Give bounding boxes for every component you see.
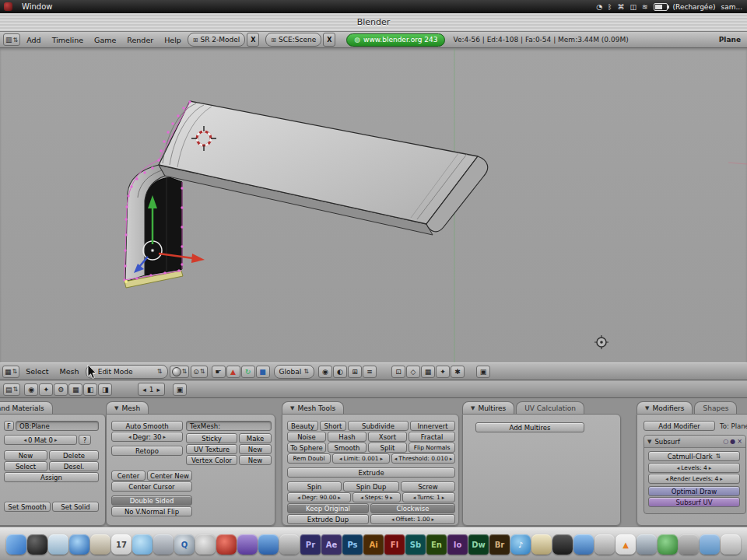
subsurf-levels-stepper[interactable]: Levels: 4 xyxy=(648,463,740,473)
vertex-color-button[interactable]: Vertex Color xyxy=(186,455,237,465)
dock-icon-photo-app[interactable] xyxy=(531,534,552,555)
dock-icon-purple-app[interactable] xyxy=(237,534,258,555)
modifier-collapse-icon[interactable]: ▼ xyxy=(647,439,651,445)
dock-icon-dashboard[interactable] xyxy=(27,534,47,555)
mesh-menu[interactable]: Mesh xyxy=(55,367,84,376)
dock-icon-blue-app[interactable] xyxy=(258,534,279,555)
dock-icon-illustrator[interactable]: Ai xyxy=(363,534,384,555)
auto-smooth-button[interactable]: Auto Smooth xyxy=(111,421,183,431)
logic-context-icon[interactable]: ◉ xyxy=(24,383,38,396)
center-button[interactable]: Center xyxy=(111,471,146,481)
shading-context-icon[interactable]: ⚙ xyxy=(54,383,68,396)
window-titlebar[interactable]: Blender xyxy=(0,13,747,32)
uv-texture-button[interactable]: UV Texture xyxy=(186,444,237,454)
turns-stepper[interactable]: Turns: 1 xyxy=(402,492,455,502)
no-vnormal-flip-button[interactable]: No V.Normal Flip xyxy=(111,506,192,516)
app-icon[interactable] xyxy=(4,2,12,11)
menu-game[interactable]: Game xyxy=(89,36,121,44)
dock-icon-finder[interactable] xyxy=(6,534,26,555)
dock-icon-trash[interactable] xyxy=(721,534,741,555)
menubar-status-icon-2[interactable]: ⌘ xyxy=(617,3,624,11)
xsort-button[interactable]: Xsort xyxy=(368,432,407,442)
steps-stepper[interactable]: Steps: 9 xyxy=(352,492,401,502)
spin-degr-stepper[interactable]: Degr: 90.00 xyxy=(287,492,351,502)
menu-timeline[interactable]: Timeline xyxy=(47,36,88,44)
menubar-window-menu[interactable]: Window xyxy=(17,2,57,11)
material-deselect-button[interactable]: Desel. xyxy=(49,461,99,471)
keep-original-button[interactable]: Keep Original xyxy=(287,503,369,513)
add-modifier-button[interactable]: Add Modifier xyxy=(644,421,715,431)
tab-multires[interactable]: ▼Multires xyxy=(462,401,514,414)
modifier-delete-icon[interactable]: × xyxy=(737,438,742,445)
dock-icon-itunes[interactable]: ♪ xyxy=(510,534,531,555)
scene-dropdown[interactable]: ⊞ SCE:Scene xyxy=(265,33,321,47)
lamp-widget[interactable] xyxy=(594,335,608,349)
tab-link-and-materials[interactable]: ▼Link and Materials xyxy=(0,401,53,414)
script-context-icon[interactable]: ✦ xyxy=(39,383,53,396)
dock-icon-music-app[interactable] xyxy=(658,534,678,555)
frame-stepper[interactable]: ◂ 1 ▸ xyxy=(138,383,165,396)
occlude-icon[interactable]: ✦ xyxy=(436,366,450,378)
tab-mesh-tools[interactable]: ▼Mesh Tools xyxy=(282,401,344,414)
menubar-status-icon-4[interactable]: ≋ xyxy=(642,3,648,11)
buttons-editor-icon[interactable]: ▤⇅ xyxy=(3,383,20,396)
dock-icon-ichat[interactable] xyxy=(132,534,153,555)
frame-prev-icon[interactable]: ◂ xyxy=(142,386,146,394)
edge-select-icon[interactable]: ◇ xyxy=(406,366,420,378)
dock-icon-dark-app[interactable] xyxy=(552,534,573,555)
viewport-canvas[interactable] xyxy=(0,48,747,362)
beauty-button[interactable]: Beauty xyxy=(287,421,318,431)
object-context-icon[interactable]: ▦ xyxy=(68,383,82,396)
modifier-render-icon[interactable]: ○ xyxy=(723,438,728,445)
set-smooth-button[interactable]: Set Smooth xyxy=(4,502,51,512)
viewport-3d[interactable] xyxy=(0,48,747,362)
sticky-make-button[interactable]: Make xyxy=(239,433,272,443)
dock-icon-browser[interactable] xyxy=(69,534,89,555)
dock-icon-photoshop[interactable]: Ps xyxy=(342,534,363,555)
dock-icon-gray-app-2[interactable] xyxy=(679,534,699,555)
offset-stepper[interactable]: Offset: 1.00 xyxy=(370,514,455,524)
material-delete-button[interactable]: Delete xyxy=(49,450,99,460)
lock-icon[interactable]: ≡ xyxy=(363,366,377,378)
dock-icon-silver-app[interactable] xyxy=(594,534,615,555)
dock-icon-gray-app[interactable] xyxy=(279,534,300,555)
short-button[interactable]: Short xyxy=(320,421,346,431)
menu-help[interactable]: Help xyxy=(160,36,186,44)
center-new-button[interactable]: Center New xyxy=(147,471,192,481)
face-select-icon[interactable]: ▦ xyxy=(421,366,435,378)
dock-icon-folder[interactable] xyxy=(700,534,720,555)
menu-add[interactable]: Add xyxy=(22,36,45,44)
clockwise-button[interactable]: Clockwise xyxy=(370,503,455,513)
subsurf-uv-button[interactable]: Subsurf UV xyxy=(648,497,740,507)
material-select-button[interactable]: Select xyxy=(4,461,47,471)
dock-icon-ical[interactable]: 17 xyxy=(111,534,132,555)
retopo-button[interactable]: Retopo xyxy=(111,446,183,456)
dock-icon-red-app[interactable] xyxy=(216,534,237,555)
user-menu[interactable]: sam... xyxy=(721,3,742,11)
dock-icon-after-effects[interactable]: Ae xyxy=(321,534,342,555)
mode-dropdown[interactable]: ▲ Edit Mode ⇅ xyxy=(86,365,168,379)
subdivide-button[interactable]: Subdivide xyxy=(348,421,409,431)
menubar-status-icon-3[interactable]: ◫ xyxy=(630,3,637,11)
threshold-stepper[interactable]: Threshold: 0.010 xyxy=(391,453,455,464)
scene-close-button[interactable]: X xyxy=(323,33,335,47)
dock-icon-mail[interactable] xyxy=(48,534,68,555)
rem-doubl-button[interactable]: Rem Doubl xyxy=(287,453,331,464)
double-sided-button[interactable]: Double Sided xyxy=(111,495,192,506)
dock-icon-soundbooth[interactable]: Sb xyxy=(405,534,426,555)
dock-icon-address-book[interactable] xyxy=(90,534,110,555)
snap-icon[interactable]: ◐ xyxy=(333,366,347,378)
hash-button[interactable]: Hash xyxy=(328,432,366,442)
noise-button[interactable]: Noise xyxy=(287,432,326,442)
screen-close-button[interactable]: X xyxy=(247,33,259,47)
render-preview-icon[interactable]: ▣ xyxy=(476,366,490,378)
menubar-status-icon-1[interactable]: ᛒ xyxy=(608,3,612,11)
dock-icon-dvd-player[interactable] xyxy=(195,534,216,555)
spin-dup-button[interactable]: Spin Dup xyxy=(343,481,399,492)
material-help-button[interactable]: ? xyxy=(79,435,91,445)
scene-context-icon[interactable]: ◨ xyxy=(98,383,112,396)
subsurf-render-levels-stepper[interactable]: Render Levels: 4 xyxy=(648,474,740,484)
render-button-icon[interactable]: ▣ xyxy=(173,383,187,396)
vertex-color-new-button[interactable]: New xyxy=(239,455,272,465)
dock-icon-encore[interactable]: En xyxy=(426,534,447,555)
